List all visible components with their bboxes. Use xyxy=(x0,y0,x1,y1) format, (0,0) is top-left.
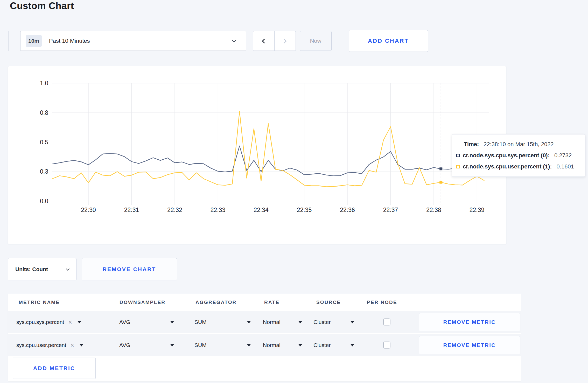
rate-value: Normal xyxy=(263,342,281,348)
add-metric-button[interactable]: ADD METRIC xyxy=(13,358,96,379)
metric-name-label: sys.cpu.sys.percent xyxy=(16,319,64,325)
prev-range-button[interactable] xyxy=(253,31,274,51)
caret-down-icon xyxy=(298,321,302,323)
svg-text:22:39: 22:39 xyxy=(470,207,485,213)
col-header-source: SOURCE xyxy=(316,294,341,311)
chevron-down-icon xyxy=(232,38,236,42)
svg-text:22:36: 22:36 xyxy=(340,207,355,213)
downsampler-value: AVG xyxy=(119,342,130,348)
svg-text:0.8: 0.8 xyxy=(40,109,48,116)
chevron-right-icon xyxy=(282,39,286,43)
caret-down-icon xyxy=(350,321,354,323)
svg-text:22:35: 22:35 xyxy=(297,207,312,213)
downsampler-select[interactable]: AVG xyxy=(119,311,174,333)
tooltip-series-name: cr.node.sys.cpu.user.percent (1): xyxy=(463,163,552,170)
remove-chart-button[interactable]: REMOVE CHART xyxy=(82,258,177,280)
metric-name-select[interactable]: sys.cpu.user.percent × xyxy=(16,334,83,356)
time-range-badge: 10m xyxy=(26,35,42,47)
col-header-rate: RATE xyxy=(264,294,279,311)
units-dropdown[interactable]: Units: Count xyxy=(8,258,76,280)
rate-select[interactable]: Normal xyxy=(263,311,302,333)
tooltip-series-value: 0.2732 xyxy=(554,152,572,159)
tooltip-series-row: cr.node.sys.cpu.user.percent (1): 0.1601 xyxy=(452,163,585,170)
custom-chart-page: Custom Chart 10m Past 10 Minutes Now ADD… xyxy=(0,0,588,383)
metrics-table-header: METRIC NAME DOWNSAMPLER AGGREGATOR RATE … xyxy=(8,294,521,311)
clear-metric-icon[interactable]: × xyxy=(68,319,72,325)
caret-down-icon xyxy=(298,344,302,346)
aggregator-select[interactable]: SUM xyxy=(194,311,251,333)
svg-text:22:37: 22:37 xyxy=(383,207,398,213)
page-title: Custom Chart xyxy=(10,1,74,11)
source-select[interactable]: Cluster xyxy=(313,334,354,356)
caret-down-icon xyxy=(170,344,174,346)
svg-text:22:32: 22:32 xyxy=(167,207,182,213)
metric-row-sys: sys.cpu.sys.percent × AVG SUM Normal Clu… xyxy=(8,311,521,333)
caret-down-icon xyxy=(247,321,251,323)
aggregator-value: SUM xyxy=(194,342,207,348)
aggregator-value: SUM xyxy=(194,319,207,325)
tooltip-time-label: Time: xyxy=(464,141,479,148)
clear-metric-icon[interactable]: × xyxy=(71,342,74,349)
time-range-dropdown[interactable]: 10m Past 10 Minutes xyxy=(20,31,246,51)
metric-name-label: sys.cpu.user.percent xyxy=(16,342,66,348)
svg-text:0.5: 0.5 xyxy=(40,139,48,146)
source-value: Cluster xyxy=(313,319,331,325)
source-select[interactable]: Cluster xyxy=(313,311,354,333)
tooltip-time-value: 22:38:10 on Mar 15th, 2022 xyxy=(484,141,554,148)
timeseries-chart[interactable]: 0.00.30.50.81.022:3022:3122:3222:3322:34… xyxy=(8,66,506,244)
downsampler-select[interactable]: AVG xyxy=(119,334,174,356)
time-nav-group xyxy=(253,31,296,51)
rate-value: Normal xyxy=(263,319,281,325)
downsampler-value: AVG xyxy=(119,319,130,325)
now-button[interactable]: Now xyxy=(300,31,332,51)
caret-down-icon xyxy=(79,344,83,346)
caret-down-icon xyxy=(350,344,354,346)
metrics-table: METRIC NAME DOWNSAMPLER AGGREGATOR RATE … xyxy=(8,294,521,381)
per-node-checkbox[interactable] xyxy=(383,342,390,349)
units-label: Units: Count xyxy=(15,266,48,272)
svg-text:0.3: 0.3 xyxy=(40,168,48,175)
aggregator-select[interactable]: SUM xyxy=(194,334,251,356)
svg-text:22:30: 22:30 xyxy=(81,207,96,213)
caret-down-icon xyxy=(170,321,174,323)
per-node-checkbox[interactable] xyxy=(383,318,390,325)
svg-text:22:38: 22:38 xyxy=(426,207,441,213)
svg-text:22:34: 22:34 xyxy=(254,207,269,213)
svg-text:1.0: 1.0 xyxy=(40,80,48,87)
col-header-downsampler: DOWNSAMPLER xyxy=(120,294,165,311)
sys-series-swatch-icon xyxy=(456,154,460,157)
caret-down-icon xyxy=(247,344,251,346)
tooltip-series-name: cr.node.sys.cpu.sys.percent (0): xyxy=(463,152,550,159)
time-range-label: Past 10 Minutes xyxy=(49,38,90,44)
tooltip-series-value: 0.1601 xyxy=(557,163,574,170)
remove-metric-button[interactable]: REMOVE METRIC xyxy=(419,313,520,331)
svg-text:0.0: 0.0 xyxy=(40,198,48,204)
svg-text:22:33: 22:33 xyxy=(211,207,226,213)
metric-name-select[interactable]: sys.cpu.sys.percent × xyxy=(16,311,81,333)
chevron-down-icon xyxy=(66,267,69,271)
source-value: Cluster xyxy=(313,342,331,348)
chart-panel[interactable]: 0.00.30.50.81.022:3022:3122:3222:3322:34… xyxy=(8,66,506,244)
next-range-button[interactable] xyxy=(274,31,296,51)
user-series-swatch-icon xyxy=(456,165,460,168)
chart-tooltip: Time: 22:38:10 on Mar 15th, 2022 cr.node… xyxy=(452,134,585,177)
toolbar-divider xyxy=(8,31,9,51)
svg-text:22:31: 22:31 xyxy=(124,207,139,213)
col-header-metric-name: METRIC NAME xyxy=(19,294,60,311)
col-header-aggregator: AGGREGATOR xyxy=(195,294,237,311)
rate-select[interactable]: Normal xyxy=(263,334,302,356)
caret-down-icon xyxy=(77,321,81,323)
remove-metric-button[interactable]: REMOVE METRIC xyxy=(419,336,520,354)
metric-row-user: sys.cpu.user.percent × AVG SUM Normal Cl… xyxy=(8,334,521,356)
chevron-left-icon xyxy=(262,39,267,43)
add-chart-button[interactable]: ADD CHART xyxy=(349,30,428,52)
tooltip-series-row: cr.node.sys.cpu.sys.percent (0): 0.2732 xyxy=(452,152,585,159)
col-header-per-node: PER NODE xyxy=(367,294,397,311)
